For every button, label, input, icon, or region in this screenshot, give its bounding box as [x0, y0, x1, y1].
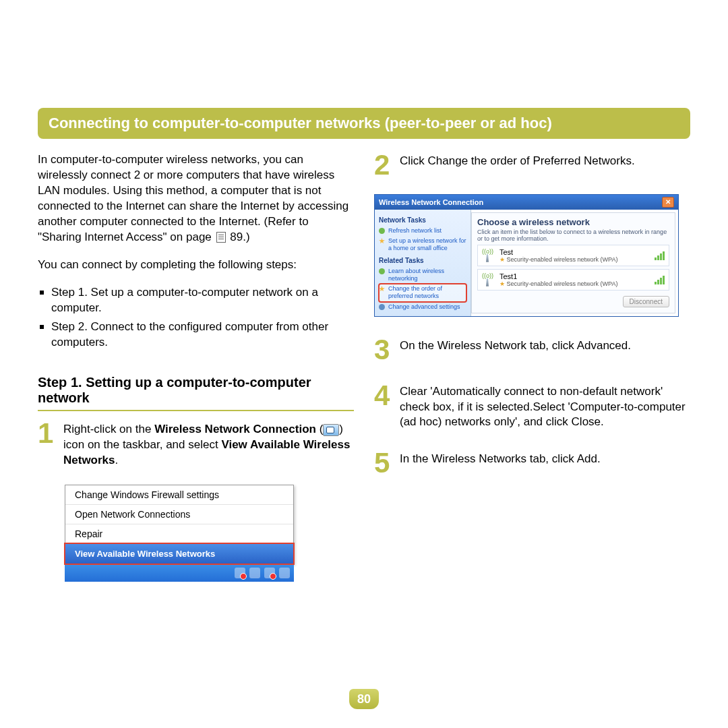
wireless-dialog: Wireless Network Connection ✕ Network Ta… [374, 194, 679, 317]
dialog-titlebar: Wireless Network Connection ✕ [375, 195, 678, 210]
bullet-step2: Step 2. Connect to the configured comput… [38, 320, 354, 351]
dialog-main: Choose a wireless network Click an item … [471, 212, 675, 313]
tray-icon-1[interactable] [235, 568, 245, 578]
network-item-test[interactable]: Test ★ Security-enabled wireless network… [477, 245, 669, 266]
left-column: In computer-to-computer wireless network… [38, 152, 354, 582]
task-setup-network[interactable]: Set up a wireless network for a home or … [379, 236, 466, 254]
step5-text: In the Wireless Networks tab, click Add. [400, 450, 601, 476]
ctx-item-firewall[interactable]: Change Windows Firewall settings [65, 485, 293, 505]
dialog-title: Wireless Network Connection [379, 198, 483, 206]
close-icon[interactable]: ✕ [662, 197, 674, 208]
choose-network-header: Choose a wireless network [477, 217, 669, 227]
related-tasks-header: Related Tasks [379, 257, 466, 264]
page-number: 80 [349, 689, 379, 709]
signal-bars-icon [655, 275, 665, 284]
task-refresh[interactable]: Refresh network list [379, 226, 466, 236]
network-tasks-header: Network Tasks [379, 216, 466, 224]
signal-bars-icon [655, 251, 665, 260]
step-number-5: 5 [374, 450, 393, 476]
network-desc-text: Security-enabled wireless network (WPA) [507, 280, 618, 287]
signal-icon [482, 273, 495, 286]
wireless-tray-icon [323, 424, 339, 436]
bullet-step1: Step 1. Set up a computer-to-computer ne… [38, 285, 354, 316]
step3-text: On the Wireless Network tab, click Advan… [400, 337, 631, 363]
numbered-step-1: 1 Right-click on the Wireless Network Co… [38, 421, 354, 468]
numbered-step-4: 4 Clear 'Automatically connect to non-de… [374, 383, 690, 431]
network-desc: ★ Security-enabled wireless network (WPA… [499, 256, 650, 263]
s1-a: Right-click on the [63, 423, 154, 435]
dialog-sidebar: Network Tasks Refresh network list Set u… [375, 210, 471, 316]
s1-b: Wireless Network Connection [154, 423, 316, 435]
step4-text: Clear 'Automatically connect to non-defa… [400, 383, 690, 431]
connect-by: You can connect by completing the follow… [38, 257, 354, 273]
task-learn[interactable]: Learn about wireless networking [379, 266, 466, 284]
page-ref-icon [216, 232, 226, 243]
step-number-4: 4 [374, 383, 393, 431]
network-desc-text: Security-enabled wireless network (WPA) [507, 256, 618, 263]
step1-header: Step 1. Setting up a computer-to-compute… [38, 375, 354, 406]
step2-text: Click Change the order of Preferred Netw… [400, 152, 635, 178]
task-advanced[interactable]: Change advanced settings [379, 302, 466, 312]
step-number-2: 2 [374, 152, 393, 178]
disconnect-button[interactable]: Disconnect [623, 296, 669, 307]
intro-paragraph: In computer-to-computer wireless network… [38, 152, 354, 245]
step1-rule [38, 410, 354, 411]
network-item-test1[interactable]: Test1 ★ Security-enabled wireless networ… [477, 269, 669, 291]
step1-text: Right-click on the Wireless Network Conn… [63, 421, 354, 468]
tray-icon-3[interactable] [264, 568, 275, 578]
ctx-item-open-connections[interactable]: Open Network Connections [65, 505, 293, 524]
tray-icon-4[interactable] [279, 568, 290, 578]
network-name: Test [499, 248, 650, 256]
taskbar-tray [65, 564, 294, 582]
ctx-item-view-available[interactable]: View Available Wireless Networks [65, 544, 293, 564]
choose-network-sub: Click an item in the list below to conne… [477, 229, 669, 242]
numbered-step-2: 2 Click Change the order of Preferred Ne… [374, 152, 690, 178]
context-menu: Change Windows Firewall settings Open Ne… [65, 485, 294, 564]
section-banner: Connecting to computer-to-computer netwo… [38, 108, 690, 139]
s1-c: ( [316, 423, 323, 435]
task-change-order[interactable]: Change the order of preferred networks [379, 284, 466, 302]
step-number-1: 1 [38, 421, 57, 468]
network-name: Test1 [499, 272, 650, 280]
ctx-item-repair[interactable]: Repair [65, 524, 293, 544]
intro-text: In computer-to-computer wireless network… [38, 153, 348, 243]
page-number-badge: 80 [349, 689, 379, 709]
network-desc: ★ Security-enabled wireless network (WPA… [499, 280, 650, 287]
context-menu-screenshot: Change Windows Firewall settings Open Ne… [65, 485, 294, 582]
intro-ref: 89.) [230, 231, 249, 243]
signal-icon [482, 249, 495, 262]
numbered-step-5: 5 In the Wireless Networks tab, click Ad… [374, 450, 690, 476]
tray-icon-2[interactable] [249, 568, 260, 578]
step-number-3: 3 [374, 337, 393, 363]
s1-f: . [115, 454, 119, 466]
numbered-step-3: 3 On the Wireless Network tab, click Adv… [374, 337, 690, 363]
right-column: 2 Click Change the order of Preferred Ne… [374, 152, 690, 582]
